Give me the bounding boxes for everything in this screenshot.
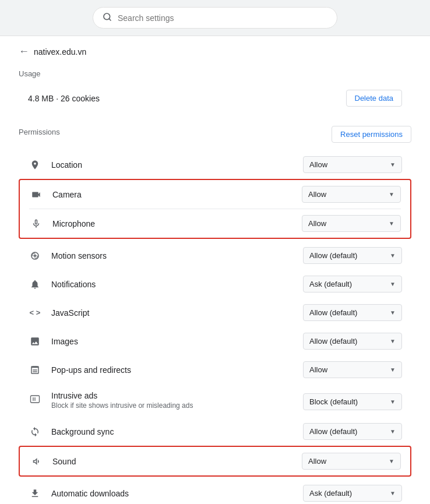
- javascript-label: JavaScript: [51, 308, 89, 318]
- search-input[interactable]: [118, 13, 327, 23]
- images-select[interactable]: Allow (default) ▼: [303, 333, 402, 350]
- motion-chevron: ▼: [390, 252, 396, 259]
- intrusive-ads-chevron: ▼: [390, 399, 396, 405]
- permission-row-motion: Motion sensors Allow (default) ▼: [19, 241, 411, 270]
- sound-group: Sound Allow ▼: [19, 446, 411, 477]
- camera-icon: [29, 188, 43, 202]
- permission-row-sound: Sound Allow ▼: [20, 447, 410, 475]
- sound-value: Allow: [308, 457, 326, 466]
- background-sync-chevron: ▼: [390, 428, 396, 435]
- usage-section-title: Usage: [19, 69, 411, 78]
- permission-row-images: Images Allow (default) ▼: [19, 327, 411, 355]
- images-icon: [28, 334, 42, 348]
- top-bar: [0, 0, 430, 36]
- intrusive-ads-value: Block (default): [309, 397, 358, 406]
- sound-chevron: ▼: [389, 458, 394, 464]
- microphone-icon: [29, 217, 43, 231]
- camera-value: Allow: [308, 190, 326, 199]
- automatic-downloads-value: Ask (default): [309, 489, 352, 498]
- svg-line-1: [109, 19, 111, 20]
- permission-row-popups: Pop-ups and redirects Allow ▼: [19, 355, 411, 384]
- motion-icon: [28, 249, 42, 263]
- images-label: Images: [51, 337, 78, 346]
- back-arrow-icon: ←: [19, 45, 29, 58]
- reset-permissions-button[interactable]: Reset permissions: [332, 126, 411, 143]
- automatic-downloads-label: Automatic downloads: [51, 489, 129, 498]
- permission-row-location: Location Allow ▼: [19, 150, 411, 179]
- camera-microphone-group: Camera Allow ▼ Microphone Allow: [19, 179, 411, 239]
- background-sync-select[interactable]: Allow (default) ▼: [303, 423, 402, 440]
- javascript-value: Allow (default): [309, 308, 357, 317]
- permission-row-automatic-downloads: Automatic downloads Ask (default) ▼: [19, 479, 411, 504]
- location-chevron: ▼: [390, 161, 396, 168]
- download-icon: [28, 487, 42, 501]
- notification-icon: [28, 277, 42, 291]
- camera-select[interactable]: Allow ▼: [302, 186, 401, 203]
- popup-icon: [28, 363, 42, 377]
- location-value: Allow: [309, 160, 327, 169]
- microphone-value: Allow: [308, 219, 326, 228]
- ads-icon: [28, 392, 42, 406]
- popups-label: Pop-ups and redirects: [51, 365, 131, 375]
- javascript-chevron: ▼: [390, 309, 396, 316]
- intrusive-ads-label: Intrusive ads: [51, 391, 97, 400]
- javascript-icon: < >: [28, 306, 42, 320]
- site-url: nativex.edu.vn: [34, 47, 86, 57]
- delete-data-button[interactable]: Delete data: [346, 90, 403, 107]
- automatic-downloads-select[interactable]: Ask (default) ▼: [303, 485, 402, 502]
- permission-row-intrusive-ads: Intrusive ads Block if site shows intrus…: [19, 384, 411, 417]
- notifications-value: Ask (default): [309, 280, 352, 288]
- background-sync-label: Background sync: [51, 427, 114, 436]
- popups-value: Allow: [309, 365, 327, 374]
- intrusive-ads-sublabel: Block if site shows intrusive or mislead…: [51, 401, 303, 410]
- svg-point-2: [34, 255, 36, 256]
- search-icon: [103, 12, 112, 23]
- notifications-label: Notifications: [51, 280, 96, 289]
- motion-select[interactable]: Allow (default) ▼: [303, 247, 402, 264]
- usage-text: 4.8 MB · 26 cookies: [28, 94, 100, 103]
- intrusive-ads-select[interactable]: Block (default) ▼: [303, 393, 402, 410]
- camera-chevron: ▼: [389, 191, 394, 198]
- microphone-label: Microphone: [52, 219, 95, 228]
- popups-chevron: ▼: [390, 366, 396, 373]
- permission-row-background-sync: Background sync Allow (default) ▼: [19, 417, 411, 446]
- background-sync-value: Allow (default): [309, 427, 357, 436]
- microphone-chevron: ▼: [389, 220, 394, 227]
- motion-value: Allow (default): [309, 251, 357, 260]
- automatic-downloads-chevron: ▼: [390, 490, 396, 496]
- permission-row-microphone: Microphone Allow ▼: [20, 209, 410, 238]
- permission-row-notifications: Notifications Ask (default) ▼: [19, 270, 411, 298]
- location-icon: [28, 158, 42, 172]
- sync-icon: [28, 425, 42, 439]
- location-label: Location: [51, 160, 82, 170]
- permission-row-camera: Camera Allow ▼: [20, 180, 410, 209]
- popups-select[interactable]: Allow ▼: [303, 361, 402, 378]
- notifications-select[interactable]: Ask (default) ▼: [303, 276, 402, 292]
- javascript-select[interactable]: Allow (default) ▼: [303, 304, 402, 321]
- location-select[interactable]: Allow ▼: [303, 156, 402, 173]
- motion-label: Motion sensors: [51, 251, 107, 260]
- back-nav[interactable]: ← nativex.edu.vn: [19, 45, 411, 58]
- notifications-chevron: ▼: [390, 281, 396, 287]
- sound-icon: [29, 454, 43, 468]
- sound-label: Sound: [52, 457, 76, 466]
- permission-row-javascript: < > JavaScript Allow (default) ▼: [19, 298, 411, 327]
- camera-label: Camera: [52, 190, 82, 199]
- images-chevron: ▼: [390, 338, 396, 344]
- microphone-select[interactable]: Allow ▼: [302, 215, 401, 232]
- sound-select[interactable]: Allow ▼: [302, 453, 401, 470]
- search-bar[interactable]: [93, 7, 337, 29]
- permissions-section-title: Permissions: [19, 128, 60, 136]
- images-value: Allow (default): [309, 337, 357, 346]
